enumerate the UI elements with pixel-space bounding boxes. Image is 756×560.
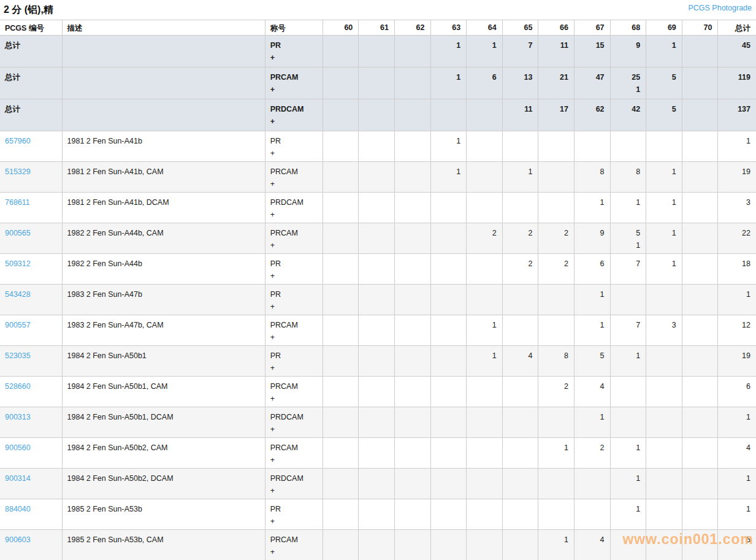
grade-61-cell (359, 99, 395, 131)
grade-count: 9 (575, 227, 605, 239)
total-cell: 6 (718, 377, 756, 407)
pcgs-number-link[interactable]: 900565 (5, 227, 58, 239)
grade-count: 1 (538, 534, 568, 546)
grade-67-cell: 15 (574, 36, 610, 67)
plus-designation-label: + (270, 546, 319, 558)
grade-68-cell: 251 (610, 67, 646, 99)
grade-65-cell (502, 377, 538, 407)
pcgs-number-cell: 900603 (0, 530, 62, 560)
pcgs-number-link[interactable]: 900314 (5, 472, 58, 485)
summary-label: 总计 (5, 71, 58, 83)
grade-70-cell (682, 99, 718, 131)
grade-65-cell (502, 131, 538, 162)
photograde-link[interactable]: PCGS Photograde (688, 4, 752, 12)
grade-67-cell: 1 (574, 407, 610, 438)
grade-70-cell (682, 162, 718, 193)
grade-count: 11 (538, 39, 568, 52)
grade-63-cell (430, 315, 467, 346)
grade-64-cell: 6 (467, 67, 503, 99)
grade-60-cell (323, 407, 359, 438)
grade-64-cell: 1 (467, 36, 503, 67)
coin-description: 1985 2 Fen Sun-A53b, CAM (67, 534, 261, 546)
header-grade-67: 67 (574, 20, 610, 36)
grade-count: 1 (431, 166, 461, 178)
grade-63-cell (430, 193, 467, 223)
description-cell (62, 36, 265, 67)
grade-61-cell (359, 377, 395, 407)
grade-count: 1 (611, 503, 641, 515)
summary-label: 总计 (5, 39, 58, 52)
designation-label: PR (270, 39, 319, 52)
header-total: 总计 (718, 20, 756, 36)
plus-designation-label: + (270, 515, 319, 527)
header-grade-61: 61 (359, 20, 395, 36)
designation-cell: PRDCAM+ (265, 99, 323, 131)
grade-68-cell: 42 (610, 99, 646, 131)
header-grade-70: 70 (682, 20, 718, 36)
coin-description: 1981 2 Fen Sun-A41b, DCAM (67, 196, 261, 209)
header-grade-69: 69 (646, 20, 682, 36)
grade-64-cell (467, 285, 503, 315)
pcgs-number-link[interactable]: 515329 (5, 166, 58, 178)
grade-61-cell (359, 223, 395, 254)
grade-63-cell (430, 99, 467, 131)
pcgs-number-link[interactable]: 528660 (5, 380, 58, 393)
pcgs-number-link[interactable]: 768611 (5, 196, 58, 209)
coin-description: 1981 2 Fen Sun-A41b, CAM (67, 166, 261, 178)
total-count: 1 (718, 135, 750, 147)
pcgs-number-link[interactable]: 543428 (5, 288, 58, 301)
grade-62-cell (394, 193, 430, 223)
plus-designation-label: + (270, 485, 319, 497)
grade-61-cell (359, 469, 395, 499)
total-count: 1 (718, 503, 750, 515)
grade-66-cell (538, 285, 575, 315)
grade-60-cell (323, 131, 359, 162)
grade-62-cell (394, 377, 430, 407)
grade-60-cell (323, 254, 359, 285)
header-grade-66: 66 (538, 20, 575, 36)
plus-designation-label: + (270, 423, 319, 435)
pcgs-number-link[interactable]: 884040 (5, 503, 58, 515)
designation-label: PR (270, 350, 319, 362)
pcgs-number-link[interactable]: 900313 (5, 411, 58, 423)
coin-description: 1982 2 Fen Sun-A44b (67, 258, 261, 270)
grade-66-cell: 2 (538, 223, 575, 254)
grade-62-cell (394, 67, 430, 99)
grade-count: 1 (646, 39, 676, 52)
total-cell: 5 (718, 530, 756, 560)
pcgs-number-link[interactable]: 900557 (5, 319, 58, 331)
description-cell (62, 67, 265, 99)
pcgs-number-cell: 总计 (0, 36, 62, 67)
total-count: 3 (718, 196, 750, 209)
grade-63-cell (430, 346, 467, 377)
pcgs-number-link[interactable]: 657960 (5, 135, 58, 147)
grade-69-cell (646, 438, 682, 469)
pcgs-number-link[interactable]: 523035 (5, 350, 58, 362)
pcgs-number-link[interactable]: 509312 (5, 258, 58, 270)
pcgs-number-link[interactable]: 900560 (5, 442, 58, 454)
grade-68-cell: 7 (610, 254, 646, 285)
designation-cell: PR+ (265, 254, 323, 285)
total-count: 1 (718, 472, 750, 485)
designation-label: PRDCAM (270, 103, 319, 115)
pcgs-number-link[interactable]: 900603 (5, 534, 58, 546)
total-count: 19 (718, 350, 750, 362)
grade-66-cell: 21 (538, 67, 575, 99)
grade-68-cell: 1 (610, 346, 646, 377)
total-cell: 19 (718, 162, 756, 193)
description-cell: 1985 2 Fen Sun-A53b (62, 499, 265, 530)
total-count: 18 (718, 258, 750, 270)
summary-row: 总计PRDCAM+111762425137 (0, 99, 756, 131)
grade-62-cell (394, 438, 430, 469)
plus-designation-label: + (270, 301, 319, 313)
grade-64-cell (467, 254, 503, 285)
grade-60-cell (323, 377, 359, 407)
grade-count: 1 (431, 71, 461, 83)
description-cell: 1984 2 Fen Sun-A50b2, CAM (62, 438, 265, 469)
grade-70-cell (682, 438, 718, 469)
grade-count: 1 (611, 350, 641, 362)
header-grade-64: 64 (467, 20, 503, 36)
coin-row: 5153291981 2 Fen Sun-A41b, CAMPRCAM+1188… (0, 162, 756, 193)
grade-70-cell (682, 254, 718, 285)
grade-61-cell (359, 67, 395, 99)
